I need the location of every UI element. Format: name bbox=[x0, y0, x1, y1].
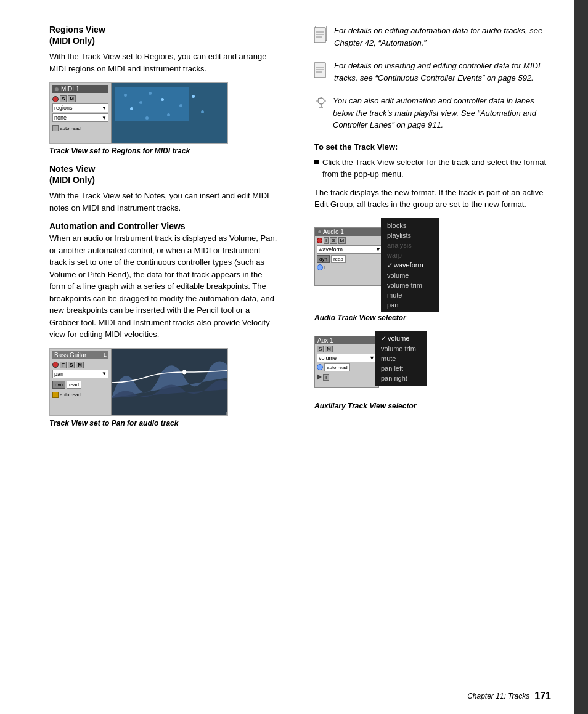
midi-dot bbox=[139, 101, 142, 104]
aux-popup-item-pan-right[interactable]: pan right bbox=[375, 373, 427, 383]
bass-read-btn[interactable]: read bbox=[67, 381, 81, 389]
midi-left-panel: MIDI 1 S M regions ▼ none ▼ auto rea bbox=[50, 83, 112, 143]
aux1-m[interactable]: M bbox=[325, 346, 333, 352]
aux-view-caption: Auxiliary Track View selector bbox=[314, 402, 557, 410]
midi-track-screenshot: MIDI 1 S M regions ▼ none ▼ auto rea bbox=[49, 82, 228, 144]
bass-s-btn[interactable]: S bbox=[68, 362, 75, 368]
audio1-title: Audio 1 bbox=[315, 228, 385, 236]
bass-dyn-btn[interactable]: dyn bbox=[52, 381, 65, 389]
page-footer: Chapter 11: Tracks 171 bbox=[467, 691, 551, 702]
midi-s-btn[interactable]: S bbox=[60, 95, 67, 102]
aux-popup-item-mute[interactable]: mute bbox=[375, 354, 427, 363]
midi-title-bar: MIDI 1 bbox=[52, 85, 108, 93]
audio1-controls: I S M bbox=[315, 236, 385, 245]
bass-pan-selector[interactable]: pan ▼ bbox=[52, 370, 108, 378]
procedure-heading: To set the Track View: bbox=[314, 142, 557, 152]
svg-rect-10 bbox=[314, 63, 325, 78]
bass-track-caption: Track View set to Pan for audio track bbox=[49, 419, 277, 428]
aux1-plugin bbox=[317, 364, 323, 370]
notes-view-heading: Notes View bbox=[49, 164, 277, 174]
midi-region bbox=[115, 87, 189, 121]
audio1-panel: Audio 1 I S M waveform ▼ dyn read bbox=[314, 227, 385, 286]
midi-only-subheading1: (MIDI Only) bbox=[49, 36, 277, 46]
bass-track-screenshot: Bass Guitar L T S M pan ▼ dyn read bbox=[49, 348, 228, 416]
aux1-autoread[interactable]: auto read bbox=[324, 363, 350, 371]
bass-left-panel: Bass Guitar L T S M pan ▼ dyn read bbox=[50, 349, 112, 415]
audio1-waveform-selector[interactable]: waveform ▼ bbox=[317, 245, 383, 254]
note-text-2: For details on inserting and editing con… bbox=[334, 60, 557, 84]
procedure-step: Click the Track View selector for the tr… bbox=[314, 156, 557, 181]
audio-view-selector-img: Audio 1 I S M waveform ▼ dyn read bbox=[314, 218, 487, 310]
midi-none-selector[interactable]: none ▼ bbox=[52, 113, 108, 122]
popup-item-playlists[interactable]: playlists bbox=[381, 230, 439, 240]
audio1-rec[interactable] bbox=[317, 238, 322, 243]
midi-m-btn[interactable]: M bbox=[68, 95, 76, 102]
midi-track-caption: Track View set to Regions for MIDI track bbox=[49, 147, 277, 155]
aux-popup-menu: ✓ volume volume trim mute pan left pan r… bbox=[375, 331, 427, 386]
aux1-s[interactable]: S bbox=[317, 346, 324, 352]
audio1-s[interactable]: S bbox=[330, 237, 337, 244]
svg-text:R: R bbox=[226, 410, 227, 415]
audio1-m[interactable]: M bbox=[338, 237, 346, 244]
aux1-volume-selector[interactable]: volume ▼ bbox=[317, 354, 377, 362]
midi-dot bbox=[149, 92, 152, 95]
right-column: For details on editing automation data f… bbox=[296, 25, 588, 689]
aux1-play[interactable] bbox=[317, 374, 322, 380]
popup-item-waveform[interactable]: ✓ waveform bbox=[381, 260, 439, 270]
bass-m-btn[interactable]: M bbox=[76, 362, 84, 368]
bass-rec-btn[interactable] bbox=[52, 362, 59, 368]
audio1-plugin bbox=[317, 264, 323, 270]
automation-heading: Automation and Controller Views bbox=[49, 221, 277, 231]
footer-page-number: 171 bbox=[534, 691, 551, 702]
midi-icon bbox=[52, 125, 59, 131]
aux1-title: Aux 1 bbox=[315, 336, 378, 344]
popup-item-analysis: analysis bbox=[381, 240, 439, 250]
note-box-1: For details on editing automation data f… bbox=[314, 25, 557, 49]
midi-dot bbox=[179, 104, 182, 107]
procedure-step-text: Click the Track View selector for the tr… bbox=[322, 156, 557, 181]
bullet-square bbox=[314, 160, 319, 164]
tip-text: You can also edit automation and control… bbox=[333, 95, 557, 131]
aux-view-selector-img: Aux 1 S M volume ▼ auto read bbox=[314, 331, 487, 399]
midi-dot bbox=[201, 110, 204, 113]
aux-popup-item-volume[interactable]: ✓ volume bbox=[375, 333, 427, 344]
midi-dot bbox=[145, 116, 149, 120]
page-edge-bar bbox=[574, 0, 588, 714]
popup-item-blocks[interactable]: blocks bbox=[381, 221, 439, 230]
svg-line-18 bbox=[324, 98, 325, 99]
bass-t-btn[interactable]: T bbox=[60, 362, 67, 368]
regions-view-heading: Regions View bbox=[49, 25, 277, 34]
bass-title-bar: Bass Guitar L bbox=[52, 351, 108, 359]
popup-item-volume[interactable]: volume bbox=[381, 270, 439, 280]
audio1-dyn[interactable]: dyn bbox=[317, 255, 330, 263]
regions-view-body: With the Track View set to Regions, you … bbox=[49, 51, 277, 75]
svg-point-0 bbox=[182, 370, 186, 374]
waveform-display: R bbox=[112, 349, 227, 415]
aux1-panel: Aux 1 S M volume ▼ auto read bbox=[314, 336, 379, 388]
note-box-2: For details on inserting and editing con… bbox=[314, 60, 557, 84]
midi-dot bbox=[130, 107, 133, 110]
bass-icon bbox=[52, 392, 59, 398]
midi-dot bbox=[167, 113, 170, 116]
midi-region-area bbox=[112, 83, 227, 143]
audio-view-caption: Audio Track View selector bbox=[314, 314, 557, 322]
audio-popup-menu: blocks playlists analysis warp ✓ wavefor… bbox=[381, 218, 439, 312]
popup-item-volume-trim[interactable]: volume trim bbox=[381, 280, 439, 290]
aux1-controls: S M bbox=[315, 344, 378, 354]
popup-item-mute[interactable]: mute bbox=[381, 290, 439, 300]
svg-line-19 bbox=[318, 98, 319, 99]
tip-box: You can also edit automation and control… bbox=[314, 95, 557, 131]
midi-controls-row: S M bbox=[52, 95, 108, 102]
bass-controls-row: T S M bbox=[52, 362, 108, 368]
popup-item-pan[interactable]: pan bbox=[381, 300, 439, 310]
automation-body: When an audio or Instrument track is dis… bbox=[49, 232, 277, 341]
midi-dot bbox=[192, 95, 195, 98]
pan-line-svg: R bbox=[112, 349, 227, 415]
midi-regions-selector[interactable]: regions ▼ bbox=[52, 103, 108, 112]
midi-rec-btn[interactable] bbox=[52, 96, 59, 102]
note-icon-2 bbox=[314, 61, 329, 78]
audio1-read[interactable]: read bbox=[331, 255, 346, 263]
audio1-i[interactable]: I bbox=[324, 237, 329, 244]
aux-popup-item-volume-trim[interactable]: volume trim bbox=[375, 344, 427, 354]
aux-popup-item-pan-left[interactable]: pan left bbox=[375, 363, 427, 373]
